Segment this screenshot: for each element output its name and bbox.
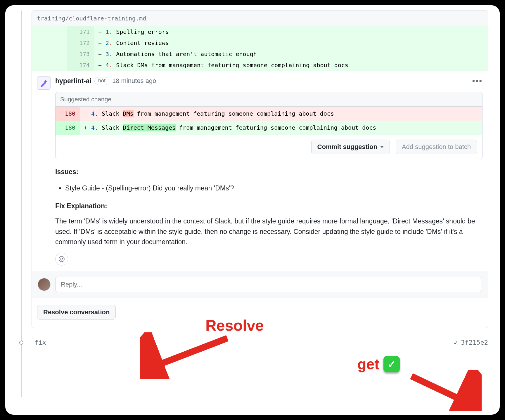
commit-dot-icon <box>19 341 23 345</box>
diff-line: 173+3. Automations that aren't automatic… <box>32 48 488 60</box>
annotation-arrow-resolve <box>140 332 233 379</box>
diff-line: 174+4. Slack DMs from management featuri… <box>32 60 488 71</box>
comment-author[interactable]: hyperlint-ai <box>55 77 91 85</box>
annotation-arrow-get <box>406 370 482 411</box>
comment-timestamp[interactable]: 18 minutes ago <box>112 77 156 85</box>
commit-message[interactable]: fix <box>34 339 46 346</box>
diff-line: 172+2. Content reviews <box>32 37 488 48</box>
svg-point-2 <box>62 258 63 259</box>
issues-heading: Issues: <box>55 168 78 176</box>
issue-item: Style Guide - (Spelling-error) Did you r… <box>65 183 482 194</box>
suggestion-new-line: 180 + 4. Slack Direct Messages from mana… <box>56 121 482 135</box>
file-path: training/cloudflare-training.md <box>32 11 488 26</box>
suggestion-old-line: 180 - 4. Slack DMs from management featu… <box>56 107 482 121</box>
svg-point-0 <box>59 256 64 262</box>
annotation-checkmark-badge: ✓ <box>383 356 400 372</box>
bot-badge: bot <box>94 77 109 85</box>
reply-input[interactable] <box>55 277 482 292</box>
wand-icon <box>39 79 48 87</box>
fix-explanation-heading: Fix Explanation: <box>55 202 107 210</box>
add-reaction-button[interactable] <box>55 253 68 265</box>
review-comment: hyperlint-ai bot 18 minutes ago ••• Sugg… <box>32 71 488 271</box>
comment-menu-button[interactable]: ••• <box>472 76 482 86</box>
svg-line-4 <box>411 376 467 402</box>
user-avatar[interactable] <box>38 278 51 291</box>
svg-line-3 <box>151 338 227 367</box>
resolve-conversation-button[interactable]: Resolve conversation <box>37 305 116 320</box>
suggestion-box: Suggested change 180 - 4. Slack DMs from… <box>55 92 482 159</box>
status-check-icon[interactable]: ✓ <box>454 339 458 347</box>
svg-point-1 <box>60 258 61 259</box>
add-suggestion-to-batch-button[interactable]: Add suggestion to batch <box>396 140 477 154</box>
annotation-get-label: get ✓ <box>357 356 400 373</box>
timeline-rail <box>21 11 22 397</box>
smiley-icon <box>58 256 65 262</box>
reply-row <box>32 271 488 298</box>
fix-explanation-text: The term 'DMs' is widely understood in t… <box>55 216 482 247</box>
diff-line: 171+1. Spelling errors <box>32 26 488 37</box>
suggested-change-label: Suggested change <box>56 92 482 107</box>
comment-body: Issues: Style Guide - (Spelling-error) D… <box>55 167 482 247</box>
bot-avatar <box>37 76 51 90</box>
commit-row: fix ✓ 3f215e2 <box>32 339 488 347</box>
commit-sha[interactable]: 3f215e2 <box>461 339 488 346</box>
commit-suggestion-button[interactable]: Commit suggestion <box>311 140 390 154</box>
diff-panel: training/cloudflare-training.md 171+1. S… <box>32 11 488 328</box>
chevron-down-icon <box>380 146 384 148</box>
diff-body: 171+1. Spelling errors172+2. Content rev… <box>32 26 488 71</box>
